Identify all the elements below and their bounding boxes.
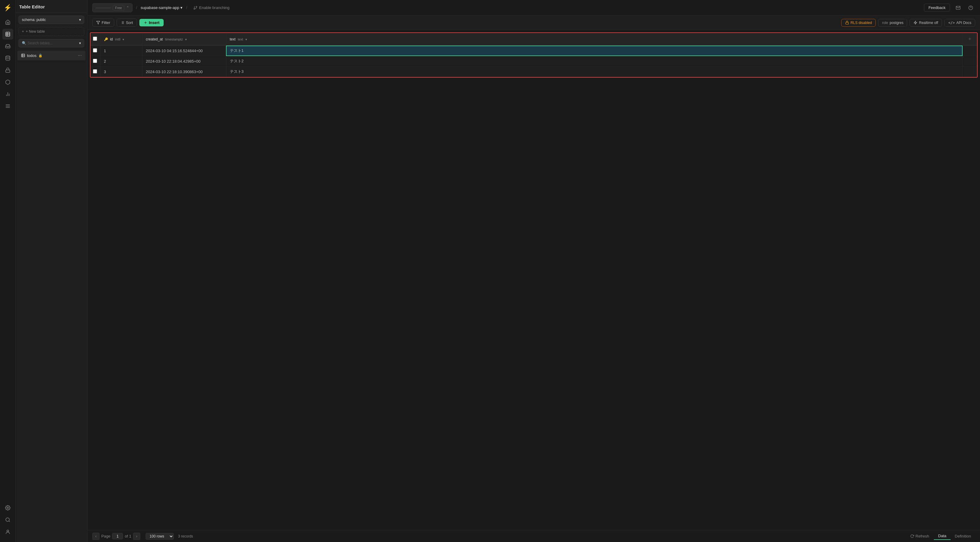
- row-id-2[interactable]: 3: [100, 67, 142, 77]
- nav-search[interactable]: [2, 515, 13, 525]
- row-checkbox-1[interactable]: [93, 59, 97, 63]
- branch-label: ──────: [95, 6, 111, 10]
- api-docs-label: API Docs: [956, 21, 971, 25]
- col-add-header[interactable]: +: [963, 33, 977, 46]
- insert-button[interactable]: Insert: [139, 19, 164, 26]
- schema-label: schema: public: [22, 18, 46, 22]
- row-extra-0: [963, 46, 977, 56]
- api-docs-icon: </>: [948, 21, 955, 25]
- row-checkbox-cell: [91, 46, 100, 56]
- row-id-1[interactable]: 2: [100, 56, 142, 67]
- row-text-2[interactable]: テスト3: [226, 67, 963, 77]
- row-checkbox-2[interactable]: [93, 69, 97, 73]
- main-content: ────── Free ⌃ / supabase-sample-app ▾ / …: [88, 0, 980, 542]
- sidebar-title: Table Editor: [16, 0, 87, 13]
- mail-icon-button[interactable]: [954, 3, 963, 12]
- pagination: ‹ Page of 1 › 100 rows 500 rows 1000 row…: [92, 533, 193, 540]
- role-button[interactable]: role postgres: [878, 19, 907, 27]
- nav-settings[interactable]: [2, 502, 13, 513]
- refresh-label: Refresh: [916, 534, 929, 539]
- next-page-button[interactable]: ›: [133, 533, 140, 540]
- svg-point-12: [7, 507, 8, 509]
- feedback-button[interactable]: Feedback: [924, 3, 950, 12]
- row-created-at-0[interactable]: 2024-03-10 04:15:16.524844+00: [142, 46, 226, 56]
- svg-rect-34: [846, 22, 849, 24]
- chevron-down-icon: ▾: [79, 41, 81, 45]
- branch-selector[interactable]: ────── Free ⌃: [92, 3, 132, 12]
- app-logo: ⚡: [2, 2, 13, 13]
- rows-per-page-select[interactable]: 100 rows 500 rows 1000 rows: [146, 533, 174, 540]
- search-tables-input[interactable]: 🔍 Search tables... ▾: [19, 39, 84, 47]
- enable-branching-button[interactable]: Enable branching: [191, 4, 232, 11]
- svg-point-15: [7, 530, 9, 532]
- table-icon: [21, 53, 25, 57]
- add-column-button[interactable]: +: [966, 35, 973, 43]
- sidebar: Table Editor schema: public ▾ + + New ta…: [16, 0, 88, 542]
- nav-table-editor[interactable]: [2, 29, 13, 40]
- tab-data[interactable]: Data: [934, 532, 950, 540]
- col-text-sort: ▾: [245, 38, 247, 41]
- nav-database[interactable]: [2, 53, 13, 64]
- realtime-label: Realtime off: [919, 21, 938, 25]
- filter-icon: [96, 21, 100, 25]
- nav-analytics[interactable]: [2, 89, 13, 99]
- table-row: 3 2024-03-10 22:18:10.390863+00 テスト3: [91, 67, 977, 77]
- new-table-label: + New table: [26, 29, 45, 33]
- insert-label: Insert: [149, 21, 159, 25]
- branching-icon: [193, 6, 197, 10]
- table-more-icon[interactable]: ···: [78, 53, 82, 58]
- page-input[interactable]: [112, 533, 123, 539]
- topbar: ────── Free ⌃ / supabase-sample-app ▾ / …: [88, 0, 980, 16]
- col-id-header[interactable]: 🔑 id int8 ▾: [100, 33, 142, 46]
- row-created-at-2[interactable]: 2024-03-10 22:18:10.390863+00: [142, 67, 226, 77]
- row-extra-1: [963, 56, 977, 67]
- svg-rect-5: [6, 70, 10, 72]
- schema-selector[interactable]: schema: public ▾: [19, 16, 84, 24]
- prev-page-button[interactable]: ‹: [92, 533, 100, 540]
- table-item-todos[interactable]: todos 🔒 ···: [18, 51, 86, 60]
- free-badge: Free: [113, 5, 124, 11]
- col-created-at-header[interactable]: created_at timestamptz ▾: [142, 33, 226, 46]
- svg-point-22: [194, 8, 195, 9]
- nav-auth[interactable]: [2, 65, 13, 75]
- refresh-button[interactable]: Refresh: [908, 533, 932, 540]
- table-row: 1 2024-03-10 04:15:16.524844+00 テスト1: [91, 46, 977, 56]
- col-id-sort: ▾: [123, 38, 124, 41]
- nav-inbox[interactable]: [2, 41, 13, 51]
- bottom-bar: ‹ Page of 1 › 100 rows 500 rows 1000 row…: [88, 530, 980, 542]
- api-docs-button[interactable]: </> API Docs: [944, 19, 975, 27]
- realtime-button[interactable]: Realtime off: [910, 19, 942, 27]
- tab-definition[interactable]: Definition: [951, 533, 975, 540]
- col-id-name: id: [110, 37, 113, 41]
- row-id-0[interactable]: 1: [100, 46, 142, 56]
- row-created-at-1[interactable]: 2024-03-10 22:18:04.42985+00: [142, 56, 226, 67]
- search-icon: 🔍: [22, 41, 26, 45]
- records-count: 3 records: [178, 534, 193, 539]
- data-table: 🔑 id int8 ▾ created_at timestamptz ▾ tex…: [91, 33, 977, 77]
- row-checkbox-0[interactable]: [93, 48, 97, 53]
- project-name[interactable]: supabase-sample-app ▾: [140, 5, 183, 10]
- sort-button[interactable]: Sort: [116, 19, 137, 27]
- col-text-header[interactable]: text text ▾: [226, 33, 963, 46]
- filter-button[interactable]: Filter: [92, 19, 114, 27]
- row-checkbox-cell: [91, 56, 100, 67]
- help-icon-button[interactable]: [966, 3, 975, 12]
- nav-home[interactable]: [2, 17, 13, 27]
- col-text-type: text: [238, 37, 243, 41]
- col-text-name: text: [230, 37, 235, 41]
- row-text-1[interactable]: テスト2: [226, 56, 963, 67]
- svg-line-14: [9, 521, 10, 521]
- row-extra-2: [963, 67, 977, 77]
- nav-logs[interactable]: [2, 101, 13, 112]
- enable-branching-label: Enable branching: [199, 5, 229, 10]
- row-text-0[interactable]: テスト1: [226, 46, 963, 56]
- select-all-checkbox[interactable]: [93, 37, 97, 41]
- svg-rect-16: [22, 54, 25, 57]
- rls-button[interactable]: RLS disabled: [841, 19, 876, 27]
- plus-icon: +: [22, 29, 24, 33]
- new-table-button[interactable]: + + New table: [19, 27, 84, 36]
- nav-storage[interactable]: [2, 77, 13, 88]
- table-area: 🔑 id int8 ▾ created_at timestamptz ▾ tex…: [88, 30, 980, 530]
- table-name: todos: [27, 53, 37, 58]
- nav-user[interactable]: [2, 526, 13, 537]
